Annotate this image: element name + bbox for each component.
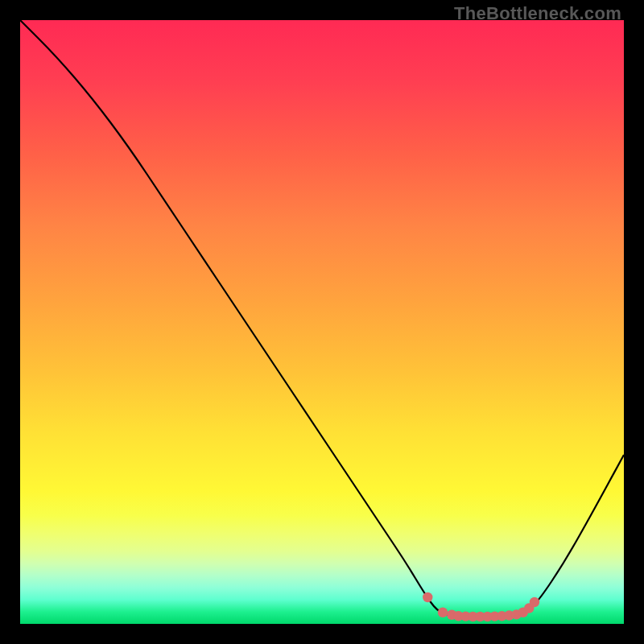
- optimal-marker: [438, 608, 448, 617]
- bottleneck-curve: [20, 20, 624, 617]
- optimal-range-markers: [423, 592, 539, 621]
- optimal-marker: [423, 592, 432, 602]
- watermark-text: TheBottleneck.com: [454, 3, 621, 24]
- bottleneck-curve-chart: [20, 20, 624, 624]
- optimal-marker: [530, 597, 539, 607]
- chart-plot-area: [20, 20, 624, 624]
